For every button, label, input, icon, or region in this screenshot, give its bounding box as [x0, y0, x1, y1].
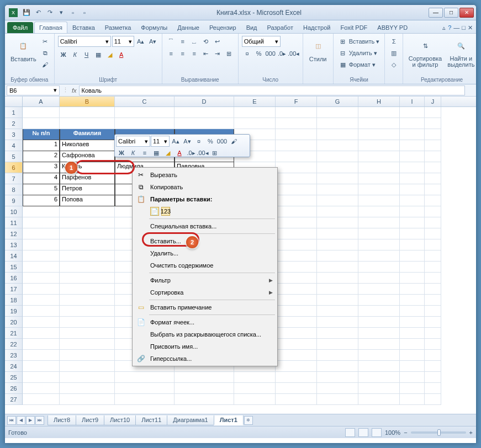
cell[interactable] [425, 140, 441, 151]
cell[interactable] [425, 173, 441, 184]
close-button[interactable]: ✕ [459, 8, 474, 18]
qat-ext2-icon[interactable]: ▫ [80, 8, 89, 18]
namebox-resize-icon[interactable]: ⋮ [61, 87, 70, 94]
cell[interactable] [276, 250, 317, 262]
cell[interactable] [60, 361, 115, 372]
row-header[interactable]: 17 [5, 284, 23, 295]
cell[interactable] [425, 394, 441, 405]
mini-fontcolor-icon[interactable]: A [174, 147, 185, 158]
cell[interactable] [317, 173, 358, 184]
cells-insert-button[interactable]: ⊞Вставить ▾ [337, 36, 382, 47]
mini-bold-button[interactable]: Ж [116, 147, 127, 158]
row-header[interactable]: 6 [5, 162, 23, 173]
cell[interactable] [317, 228, 358, 239]
cell[interactable] [317, 151, 358, 162]
italic-button[interactable]: К [70, 49, 81, 60]
cell[interactable] [276, 361, 317, 372]
ctx-paste-special[interactable]: Специальная вставка... [134, 220, 276, 232]
cell[interactable] [317, 317, 358, 328]
orientation-icon[interactable]: ⟲ [200, 36, 212, 47]
cell[interactable] [23, 306, 60, 317]
sheet-tab[interactable]: Лист11 [135, 415, 167, 425]
cell[interactable] [358, 173, 400, 184]
cell[interactable] [400, 118, 425, 129]
cell[interactable] [358, 361, 400, 372]
doc-close-icon[interactable]: ✕ [468, 24, 473, 31]
cell[interactable] [276, 273, 317, 284]
col-header-A[interactable]: A [23, 97, 60, 106]
cell[interactable] [358, 250, 400, 262]
row-header[interactable]: 10 [5, 206, 23, 217]
col-header-G[interactable]: G [317, 97, 358, 106]
cut-icon[interactable]: ✂ [40, 36, 51, 47]
cell[interactable] [115, 372, 175, 383]
cell[interactable] [425, 228, 441, 239]
cell[interactable] [276, 328, 317, 339]
fx-icon[interactable]: fx [70, 87, 79, 94]
cell[interactable] [23, 350, 60, 361]
cell[interactable] [400, 107, 425, 118]
cell[interactable] [400, 383, 425, 394]
cell[interactable] [276, 284, 317, 295]
select-all-corner[interactable] [5, 97, 23, 106]
ctx-filter[interactable]: Фильтр▶ [134, 274, 276, 286]
cell[interactable] [276, 350, 317, 361]
cell[interactable]: 2 [23, 151, 60, 162]
cell[interactable] [23, 262, 60, 273]
tab-data[interactable]: Данные [172, 22, 204, 33]
mini-border-icon[interactable]: ▦ [151, 147, 162, 158]
zoom-in-icon[interactable]: + [469, 429, 473, 436]
cell[interactable] [358, 262, 400, 273]
cell[interactable] [276, 107, 317, 118]
ctx-insert[interactable]: Вставить... [134, 235, 276, 247]
row-header[interactable]: 11 [5, 217, 23, 228]
formula-input[interactable]: Коваль [79, 86, 465, 95]
cell[interactable] [175, 383, 234, 394]
sheet-tab[interactable]: Лист8 [47, 415, 76, 425]
cell[interactable]: Сафронова [60, 151, 115, 162]
ctx-cut[interactable]: ✂Вырезать [134, 169, 276, 181]
cell[interactable] [425, 217, 441, 228]
tab-abbyy[interactable]: ABBYY PD [372, 22, 413, 33]
cell[interactable] [60, 107, 115, 118]
cell[interactable]: 6 [23, 195, 60, 206]
cell[interactable] [317, 250, 358, 262]
cell[interactable] [317, 195, 358, 206]
cell[interactable] [358, 339, 400, 350]
cells-delete-button[interactable]: ⊟Удалить ▾ [337, 47, 382, 58]
cell[interactable] [60, 295, 115, 306]
row-header[interactable]: 25 [5, 372, 23, 383]
row-header[interactable]: 19 [5, 306, 23, 317]
row-header[interactable]: 15 [5, 262, 23, 273]
row-header[interactable]: 18 [5, 295, 23, 306]
cell[interactable] [425, 273, 441, 284]
comma-icon[interactable]: 000 [265, 48, 276, 59]
cell[interactable] [60, 118, 115, 129]
fill-icon[interactable]: ▥ [388, 47, 399, 58]
cell[interactable] [23, 284, 60, 295]
cell[interactable] [400, 284, 425, 295]
row-header[interactable]: 14 [5, 250, 23, 262]
styles-button[interactable]: ◫ Стили [306, 36, 330, 76]
minimize-button[interactable]: — [429, 8, 443, 18]
cells-format-button[interactable]: ▦Формат ▾ [337, 59, 382, 70]
tab-layout[interactable]: Разметка [100, 22, 136, 33]
number-format-combo[interactable]: Общий▾ [242, 36, 281, 47]
cell[interactable] [425, 306, 441, 317]
cell[interactable] [317, 140, 358, 151]
row-header[interactable]: 13 [5, 239, 23, 250]
sheet-tab[interactable]: Диаграмма1 [167, 415, 214, 425]
cell[interactable] [234, 118, 276, 129]
cell[interactable] [115, 107, 175, 118]
cell[interactable] [317, 184, 358, 195]
cell[interactable] [358, 217, 400, 228]
cell[interactable] [60, 262, 115, 273]
cell[interactable] [358, 372, 400, 383]
row-header[interactable]: 1 [5, 107, 23, 118]
mini-shrink-icon[interactable]: A▾ [182, 136, 193, 147]
mini-format-painter-icon[interactable]: 🖌 [228, 136, 239, 147]
cell[interactable] [317, 273, 358, 284]
qat-ext1-icon[interactable]: ▫ [68, 8, 78, 18]
cell[interactable] [23, 118, 60, 129]
tab-view[interactable]: Вид [241, 22, 262, 33]
